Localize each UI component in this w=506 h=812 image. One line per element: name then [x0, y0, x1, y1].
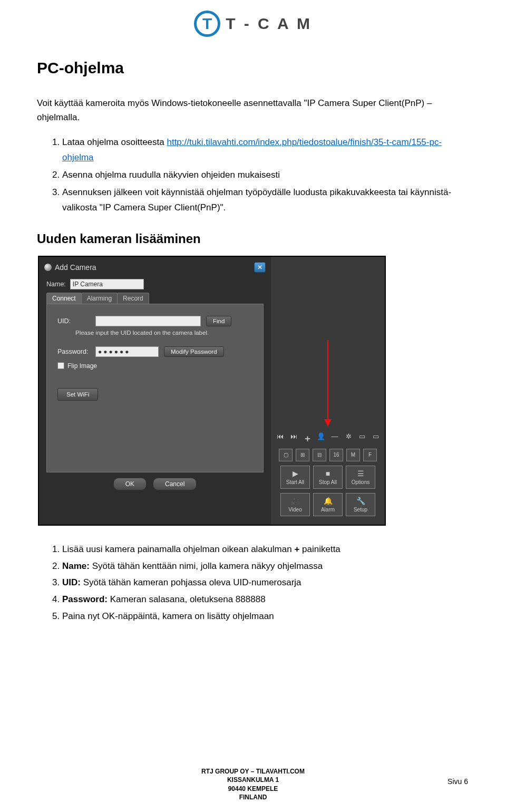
- section-heading: Uuden kameran lisääminen: [37, 231, 469, 246]
- layout-f-icon[interactable]: F: [363, 449, 377, 461]
- ustep-5: Paina nyt OK-näppäintä, kamera on lisätt…: [62, 608, 469, 624]
- first-icon[interactable]: ⏮: [275, 432, 285, 444]
- install-steps-list: Lataa ohjelma osoitteesta http://tuki.ti…: [37, 135, 469, 215]
- find-button[interactable]: Find: [206, 316, 231, 326]
- footer-country: FINLAND: [0, 793, 506, 801]
- tab-alarming[interactable]: Alarming: [81, 293, 118, 304]
- start-all-icon: ▶: [293, 469, 298, 478]
- uid-label: UID:: [57, 317, 90, 325]
- tab-connect[interactable]: Connect: [46, 293, 82, 304]
- flip-image-label: Flip Image: [67, 362, 97, 370]
- options-label: Options: [352, 479, 369, 485]
- options-button[interactable]: ☰Options: [346, 466, 375, 489]
- ustep-3: UID: Syötä tähän kameran pohjassa oleva …: [62, 575, 469, 591]
- add-camera-dialog: Add Camera ✕ Name: Connect Alarming Reco…: [39, 257, 271, 525]
- ustep-1b: +: [294, 544, 299, 554]
- step-2: Asenna ohjelma ruudulla näkyvien ohjeide…: [62, 168, 469, 183]
- intro-paragraph: Voit käyttää kameroita myös Windows-tiet…: [37, 96, 469, 124]
- uid-hint: Please input the UID located on the came…: [75, 330, 252, 336]
- stop-all-button[interactable]: ■Stop All: [313, 466, 343, 489]
- options-icon: ☰: [357, 469, 364, 478]
- brand-logo: T T - C A M: [37, 11, 469, 37]
- step-3: Asennuksen jälkeen voit käynnistää ohjel…: [62, 185, 469, 216]
- layout-4-icon[interactable]: ⊞: [296, 449, 309, 461]
- last-icon[interactable]: ⏭: [289, 432, 298, 444]
- layout-icon-row: ▢ ⊞ ⊟ 16 M F: [275, 449, 381, 461]
- tab-bar: Connect Alarming Record: [39, 293, 271, 304]
- ustep-3b: Syötä tähän kameran pohjassa oleva UID-n…: [81, 577, 301, 587]
- tab-record[interactable]: Record: [117, 293, 149, 304]
- ustep-2a: Name:: [62, 561, 90, 571]
- ustep-4: Password: Kameran salasana, oletuksena 8…: [62, 592, 469, 607]
- alarm-icon: 🔔: [324, 497, 333, 505]
- password-input[interactable]: [95, 346, 159, 357]
- video-button[interactable]: 🎥Video: [280, 493, 310, 516]
- page-title: PC-ohjelma: [37, 59, 469, 77]
- gear-icon[interactable]: ✲: [344, 432, 353, 444]
- ustep-3a: UID:: [62, 577, 81, 587]
- usage-steps-list: Lisää uusi kamera painamalla ohjelman oi…: [37, 542, 469, 624]
- setup-icon: 🔧: [356, 497, 365, 505]
- layout-16-icon[interactable]: 16: [329, 449, 343, 461]
- side-panel: ⏮ ⏭ ＋ 👤 — ✲ ▭ ▭ ▢ ⊞ ⊟ 16 M F: [271, 257, 385, 525]
- remove-icon[interactable]: —: [330, 432, 339, 444]
- step-1: Lataa ohjelma osoitteesta http://tuki.ti…: [62, 135, 469, 166]
- window2-icon[interactable]: ▭: [371, 432, 381, 444]
- alarm-label: Alarm: [321, 507, 335, 513]
- add-camera-icon[interactable]: ＋: [303, 432, 312, 444]
- layout-9-icon[interactable]: ⊟: [313, 449, 326, 461]
- ustep-1c: painiketta: [299, 544, 340, 554]
- dialog-title: Add Camera: [55, 263, 96, 272]
- footer-company: RTJ GROUP OY – TILAVAHTI.COM: [0, 767, 506, 776]
- footer-city: 90440 KEMPELE: [0, 785, 506, 793]
- name-label: Name:: [46, 281, 66, 288]
- action-row-1: ▶Start All ■Stop All ☰Options: [275, 466, 381, 489]
- person-icon[interactable]: 👤: [316, 432, 326, 444]
- ustep-4a: Password:: [62, 594, 108, 604]
- logo-text: T - C A M: [226, 15, 312, 33]
- modify-password-button[interactable]: Modify Password: [164, 346, 224, 357]
- page-footer: RTJ GROUP OY – TILAVAHTI.COM KISSANKULMA…: [0, 767, 506, 801]
- ok-button[interactable]: OK: [113, 478, 147, 490]
- layout-1-icon[interactable]: ▢: [279, 449, 293, 461]
- step-1-text: Lataa ohjelma osoitteesta: [62, 137, 167, 147]
- stop-all-icon: ■: [326, 469, 330, 478]
- footer-address: KISSANKULMA 1: [0, 776, 506, 784]
- stop-all-label: Stop All: [319, 479, 337, 485]
- ustep-2: Name: Syötä tähän kenttään nimi, jolla k…: [62, 558, 469, 574]
- uid-input[interactable]: [95, 316, 201, 326]
- name-input[interactable]: [70, 279, 144, 289]
- password-label: Password:: [57, 348, 90, 355]
- cancel-button[interactable]: Cancel: [153, 478, 197, 490]
- video-icon: 🎥: [291, 497, 300, 505]
- ustep-4b: Kameran salasana, oletuksena 888888: [108, 594, 266, 604]
- video-label: Video: [288, 507, 301, 513]
- dialog-icon: [44, 264, 52, 271]
- connect-tab-panel: UID: Find Please input the UID located o…: [46, 304, 264, 472]
- set-wifi-button[interactable]: Set WiFi: [57, 388, 98, 401]
- ustep-2b: Syötä tähän kenttään nimi, jolla kamera …: [90, 561, 323, 571]
- ustep-1a: Lisää uusi kamera painamalla ohjelman oi…: [62, 544, 294, 554]
- annotation-arrow-icon: [324, 340, 332, 427]
- nav-icon-row: ⏮ ⏭ ＋ 👤 — ✲ ▭ ▭: [275, 432, 381, 444]
- app-screenshot: Add Camera ✕ Name: Connect Alarming Reco…: [38, 256, 386, 526]
- flip-image-checkbox[interactable]: [57, 362, 64, 369]
- setup-button[interactable]: 🔧Setup: [346, 493, 375, 516]
- close-icon: ✕: [257, 264, 262, 271]
- alarm-button[interactable]: 🔔Alarm: [313, 493, 343, 516]
- setup-label: Setup: [354, 507, 367, 513]
- logo-mark-icon: T: [194, 11, 220, 37]
- action-row-2: 🎥Video 🔔Alarm 🔧Setup: [275, 493, 381, 516]
- layout-m-icon[interactable]: M: [346, 449, 360, 461]
- start-all-button[interactable]: ▶Start All: [280, 466, 310, 489]
- close-button[interactable]: ✕: [254, 262, 266, 273]
- start-all-label: Start All: [286, 479, 304, 485]
- window1-icon[interactable]: ▭: [357, 432, 367, 444]
- ustep-1: Lisää uusi kamera painamalla ohjelman oi…: [62, 542, 469, 557]
